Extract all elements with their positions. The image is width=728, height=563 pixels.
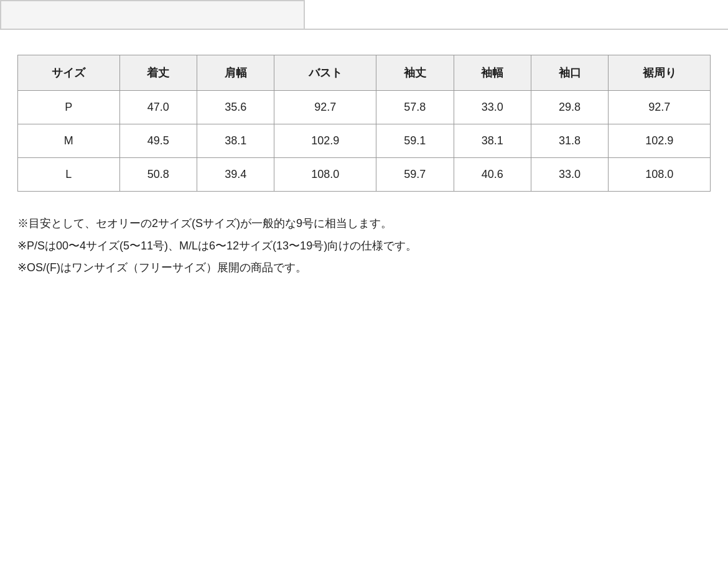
- table-cell: 92.7: [609, 91, 711, 124]
- table-header-cell: 袖口: [531, 55, 608, 91]
- note-line-2: ※OS/(F)はワンサイズ（フリーサイズ）展開の商品です。: [17, 258, 711, 278]
- table-header-cell: 袖丈: [376, 55, 454, 91]
- size-table-container: サイズ着丈肩幅バスト袖丈袖幅袖口裾周り P47.035.692.757.833.…: [0, 55, 728, 192]
- tab-description[interactable]: [0, 0, 305, 29]
- table-cell: 38.1: [454, 124, 531, 158]
- table-cell: 50.8: [119, 158, 197, 192]
- note-line-0: ※目安として、セオリーの2サイズ(Sサイズ)が一般的な9号に相当します。: [17, 214, 711, 234]
- table-cell: 49.5: [119, 124, 197, 158]
- table-cell: 33.0: [454, 91, 531, 124]
- table-cell: 33.0: [531, 158, 608, 192]
- table-cell: 40.6: [454, 158, 531, 192]
- table-cell: 31.8: [531, 124, 608, 158]
- table-cell: 59.7: [376, 158, 454, 192]
- table-row: M49.538.1102.959.138.131.8102.9: [18, 124, 711, 158]
- table-header-cell: バスト: [274, 55, 376, 91]
- note-line-1: ※P/Sは00〜4サイズ(5〜11号)、M/Lは6〜12サイズ(13〜19号)向…: [17, 236, 711, 256]
- notes-container: ※目安として、セオリーの2サイズ(Sサイズ)が一般的な9号に相当します。※P/S…: [0, 214, 728, 278]
- table-cell: 35.6: [197, 91, 274, 124]
- table-cell: 92.7: [274, 91, 376, 124]
- table-body: P47.035.692.757.833.029.892.7M49.538.110…: [18, 91, 711, 192]
- table-cell: P: [18, 91, 120, 124]
- tab-size[interactable]: [305, 0, 728, 29]
- table-cell: 38.1: [197, 124, 274, 158]
- page-container: サイズ着丈肩幅バスト袖丈袖幅袖口裾周り P47.035.692.757.833.…: [0, 0, 728, 563]
- table-cell: 47.0: [119, 91, 197, 124]
- tab-header: [0, 0, 728, 30]
- table-header-cell: サイズ: [18, 55, 120, 91]
- table-cell: 29.8: [531, 91, 608, 124]
- table-header-cell: 袖幅: [454, 55, 531, 91]
- header-row: サイズ着丈肩幅バスト袖丈袖幅袖口裾周り: [18, 55, 711, 91]
- table-cell: 102.9: [274, 124, 376, 158]
- table-cell: 39.4: [197, 158, 274, 192]
- table-cell: 108.0: [609, 158, 711, 192]
- table-cell: 59.1: [376, 124, 454, 158]
- table-row: L50.839.4108.059.740.633.0108.0: [18, 158, 711, 192]
- table-cell: L: [18, 158, 120, 192]
- table-cell: 57.8: [376, 91, 454, 124]
- size-table: サイズ着丈肩幅バスト袖丈袖幅袖口裾周り P47.035.692.757.833.…: [17, 55, 711, 192]
- table-row: P47.035.692.757.833.029.892.7: [18, 91, 711, 124]
- table-header: サイズ着丈肩幅バスト袖丈袖幅袖口裾周り: [18, 55, 711, 91]
- table-header-cell: 着丈: [119, 55, 197, 91]
- table-cell: 102.9: [609, 124, 711, 158]
- table-cell: M: [18, 124, 120, 158]
- table-header-cell: 肩幅: [197, 55, 274, 91]
- table-header-cell: 裾周り: [609, 55, 711, 91]
- table-cell: 108.0: [274, 158, 376, 192]
